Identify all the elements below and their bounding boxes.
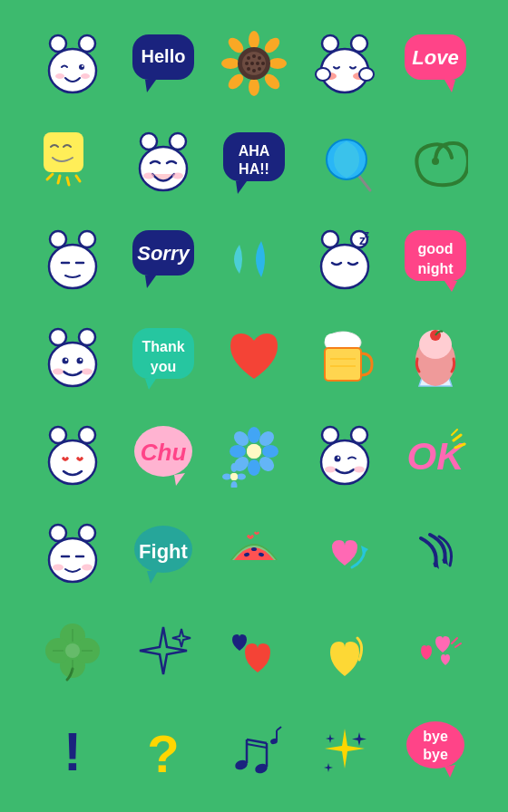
svg-point-125 [325, 467, 336, 473]
svg-marker-139 [147, 571, 158, 584]
svg-point-4 [82, 65, 83, 67]
svg-text:z: z [365, 229, 369, 239]
svg-line-164 [247, 740, 267, 743]
svg-point-60 [49, 245, 96, 288]
sticker-bear-squint[interactable] [27, 210, 118, 308]
svg-marker-8 [145, 80, 156, 92]
sticker-hello-bubble[interactable]: Hello [118, 14, 209, 112]
sticker-spiral[interactable] [390, 112, 481, 210]
sticker-bear-smile[interactable] [27, 308, 118, 406]
svg-point-29 [258, 67, 261, 71]
svg-point-142 [251, 547, 257, 551]
sticker-stars[interactable] [118, 602, 209, 700]
svg-point-131 [50, 525, 66, 541]
sticker-love-arrow[interactable] [299, 504, 390, 602]
svg-rect-40 [44, 132, 83, 172]
svg-point-21 [252, 54, 256, 58]
svg-point-57 [432, 158, 439, 165]
svg-point-76 [79, 329, 95, 345]
svg-point-48 [143, 173, 154, 179]
svg-point-118 [237, 474, 246, 480]
sticker-watermelon[interactable] [209, 504, 299, 602]
sticker-bear-squint2[interactable] [27, 504, 118, 602]
sticker-sorry-bubble[interactable]: Sorry [118, 210, 209, 308]
svg-point-6 [81, 73, 90, 79]
sticker-beer-mug[interactable] [299, 308, 390, 406]
sticker-fight-bubble[interactable]: Fight [118, 504, 209, 602]
sticker-love-bubble[interactable]: Love [390, 14, 481, 112]
sticker-bear-wink[interactable] [27, 14, 118, 112]
svg-point-80 [77, 358, 83, 364]
sticker-water-swirl[interactable] [209, 210, 299, 308]
sticker-navy-lines[interactable] [390, 504, 481, 602]
svg-marker-146 [442, 556, 448, 566]
svg-point-59 [79, 231, 95, 247]
sticker-shaved-ice[interactable] [390, 308, 481, 406]
svg-point-47 [140, 147, 187, 190]
svg-line-168 [277, 727, 281, 730]
sticker-exclamation[interactable]: ! [27, 700, 118, 798]
sticker-blue-flowers[interactable] [209, 406, 299, 504]
sticker-red-heart[interactable] [209, 308, 299, 406]
sticker-byebye-bubble[interactable]: bye bye [390, 700, 481, 798]
svg-point-122 [321, 440, 368, 484]
svg-text:?: ? [147, 724, 179, 781]
svg-point-91 [347, 337, 360, 348]
svg-text:AHA: AHA [239, 143, 270, 159]
svg-text:Chu: Chu [141, 439, 187, 466]
svg-point-13 [269, 58, 287, 69]
sticker-ahaha-bubble[interactable]: AHA HA!! [209, 112, 299, 210]
sticker-yellow-heart[interactable] [299, 602, 390, 700]
svg-line-41 [47, 174, 53, 179]
svg-marker-64 [145, 276, 156, 288]
svg-point-82 [53, 369, 64, 375]
svg-text:you: you [151, 359, 176, 374]
sticker-bear-sleep[interactable]: z z [299, 210, 390, 308]
svg-point-35 [316, 68, 330, 81]
svg-point-22 [258, 56, 261, 60]
svg-text:Fight: Fight [139, 540, 188, 563]
sticker-red-navy-hearts[interactable] [209, 602, 299, 700]
svg-point-75 [50, 329, 66, 345]
sticker-sleepy-face[interactable] [27, 112, 118, 210]
svg-point-23 [245, 62, 249, 65]
svg-point-78 [63, 358, 69, 364]
svg-point-136 [53, 565, 64, 571]
svg-rect-92 [325, 348, 361, 381]
sticker-pink-hearts[interactable] [390, 602, 481, 700]
svg-point-107 [230, 445, 246, 458]
svg-line-156 [452, 638, 457, 643]
svg-point-124 [337, 457, 339, 459]
sticker-four-leaf[interactable] [27, 602, 118, 700]
sticker-question[interactable]: ? [118, 700, 209, 798]
svg-point-108 [262, 445, 278, 458]
sticker-ok-text[interactable]: OK [390, 406, 481, 504]
sticker-chu-bubble[interactable]: Chu [118, 406, 209, 504]
svg-point-68 [321, 245, 368, 288]
sticker-thankyou-bubble[interactable]: Thank you [118, 308, 209, 406]
sticker-sunflower[interactable] [209, 14, 299, 112]
sticker-bear-laugh[interactable] [118, 112, 209, 210]
svg-point-119 [230, 473, 238, 480]
sticker-bear-shy[interactable] [299, 14, 390, 112]
svg-text:Sorry: Sorry [137, 242, 190, 265]
svg-text:bye: bye [423, 729, 448, 744]
sticker-bear-love[interactable] [27, 406, 118, 504]
svg-marker-72 [444, 281, 457, 292]
svg-point-83 [82, 369, 93, 375]
svg-point-24 [250, 62, 254, 65]
svg-marker-85 [145, 379, 156, 390]
svg-marker-102 [174, 473, 185, 486]
svg-text:Thank: Thank [142, 339, 184, 354]
svg-point-123 [335, 456, 341, 462]
svg-point-106 [248, 459, 260, 476]
svg-marker-38 [444, 80, 455, 92]
sticker-music-notes[interactable] [209, 700, 299, 798]
sticker-goodnight-bubble[interactable]: good night [390, 210, 481, 308]
sticker-sparkle-stars[interactable] [299, 700, 390, 798]
sticker-bear-wink2[interactable] [299, 406, 390, 504]
svg-line-157 [455, 643, 461, 647]
svg-point-28 [252, 69, 256, 72]
svg-text:bye: bye [423, 747, 448, 762]
sticker-candy[interactable] [299, 112, 390, 210]
